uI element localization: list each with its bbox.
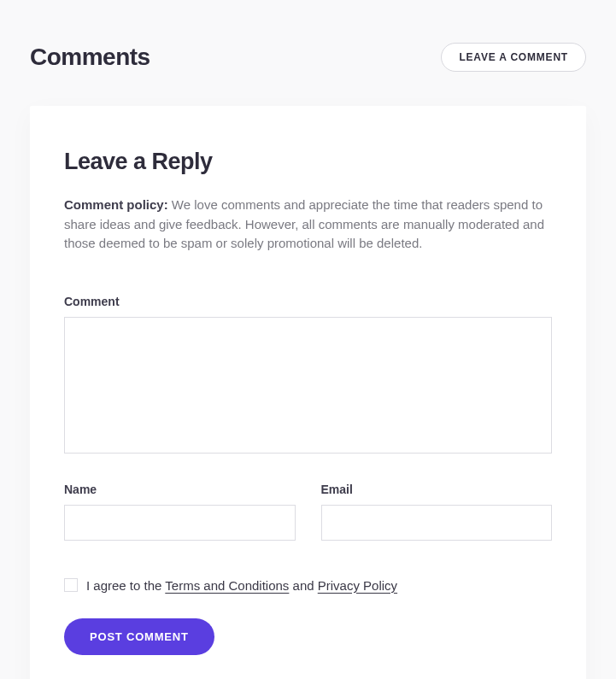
- header-row: Comments LEAVE A COMMENT: [0, 0, 616, 97]
- consent-row: I agree to the Terms and Conditions and …: [64, 578, 552, 593]
- comment-field-group: Comment: [64, 295, 552, 457]
- form-title: Leave a Reply: [64, 149, 552, 175]
- comment-textarea[interactable]: [64, 317, 552, 454]
- consent-text: I agree to the Terms and Conditions and …: [86, 578, 397, 593]
- name-field-group: Name: [64, 483, 296, 541]
- comment-label: Comment: [64, 295, 552, 308]
- post-comment-button[interactable]: POST COMMENT: [64, 618, 214, 655]
- privacy-link[interactable]: Privacy Policy: [318, 578, 397, 593]
- comment-policy: Comment policy: We love comments and app…: [64, 196, 552, 254]
- comment-form-card: Leave a Reply Comment policy: We love co…: [30, 106, 586, 679]
- email-input[interactable]: [321, 505, 553, 541]
- email-label: Email: [321, 483, 553, 496]
- consent-and: and: [289, 578, 317, 593]
- consent-prefix: I agree to the: [86, 578, 165, 593]
- terms-link[interactable]: Terms and Conditions: [165, 578, 289, 593]
- consent-checkbox[interactable]: [64, 578, 78, 592]
- name-label: Name: [64, 483, 296, 496]
- policy-label: Comment policy:: [64, 197, 168, 212]
- page-title: Comments: [30, 44, 150, 71]
- name-input[interactable]: [64, 505, 296, 541]
- leave-comment-button[interactable]: LEAVE A COMMENT: [441, 43, 586, 72]
- name-email-row: Name Email: [64, 483, 552, 541]
- email-field-group: Email: [321, 483, 553, 541]
